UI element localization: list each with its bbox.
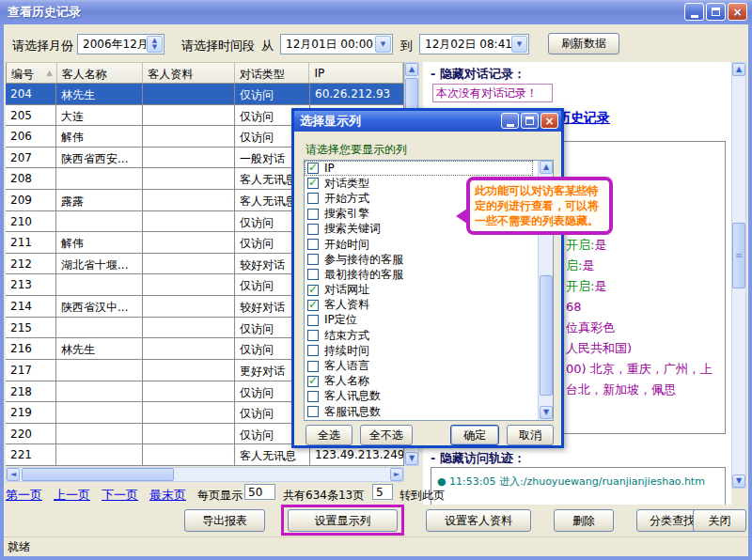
callout-text: 此功能可以对访客某些特定的列进行查看，可以将一些不需要的列表隐藏。 [475, 184, 599, 227]
column-option[interactable]: 开始时间 [305, 237, 553, 252]
per-page-input[interactable] [244, 484, 275, 500]
minimize-button[interactable] [684, 3, 704, 21]
info-line: 启:是 [566, 256, 713, 276]
month-select[interactable]: 2006年12月 ▲ ▼ [77, 34, 164, 54]
column-header-info[interactable]: 客人资料 [143, 63, 235, 83]
column-option-label: 客人讯息数 [324, 388, 381, 404]
visitor-info-lines: 开启:是 启:是 开启:是 68 位真彩色 人民共和国) 00) 北京，重庆，广… [566, 235, 713, 400]
export-report-button[interactable]: 导出报表 [184, 509, 265, 532]
cell-name: 露露 [56, 190, 143, 210]
checkbox-icon[interactable] [307, 224, 319, 235]
column-header-type[interactable]: 对话类型 [235, 63, 310, 83]
scroll-down-button[interactable]: ▼ [405, 452, 418, 465]
column-option-label: IP定位 [324, 312, 357, 328]
from-label: 从 [261, 38, 274, 54]
history-link[interactable]: 历史记录 [557, 110, 610, 127]
cell-info [143, 148, 235, 168]
column-option[interactable]: 对话网址 [305, 283, 553, 298]
column-option[interactable]: 客服讯息数 [305, 404, 553, 419]
goto-page-input[interactable] [372, 484, 393, 500]
hscroll-thumb[interactable] [22, 468, 174, 481]
checkbox-icon[interactable] [307, 376, 319, 387]
hidden-track-header: - 隐藏访问轨迹： [431, 450, 525, 467]
scroll-up-button[interactable]: ▲ [405, 63, 418, 76]
column-option[interactable]: 客人讯息数 [305, 389, 553, 404]
column-option-label: 搜索关键词 [324, 221, 381, 237]
cell-info [143, 424, 235, 444]
ok-button[interactable]: 确定 [450, 425, 499, 445]
column-option[interactable]: 客人资料 [305, 298, 553, 313]
close-window-button[interactable]: 关闭 [693, 509, 746, 532]
maximize-button[interactable] [706, 3, 726, 21]
select-all-button[interactable]: 全选 [306, 425, 352, 445]
checkbox-icon[interactable] [307, 209, 319, 220]
vscroll-thumb[interactable] [540, 275, 553, 396]
panel-vscrollbar[interactable]: ▲ ≡ ▼ [731, 62, 746, 489]
info-line: 开启:是 [566, 235, 713, 256]
table-row[interactable]: 204 林先生 仅访问 60.26.212.93 [6, 84, 404, 105]
scroll-down-button[interactable]: ▼ [732, 474, 745, 488]
cell-info [143, 402, 235, 423]
from-datetime-select[interactable]: 12月01日 00:00 ▼ [280, 34, 393, 54]
maximize-icon [712, 8, 720, 16]
delete-button[interactable]: 删除 [554, 509, 614, 532]
scroll-up-button[interactable]: ▲ [540, 161, 553, 174]
dialog-maximize-button[interactable] [521, 113, 539, 129]
checkbox-icon[interactable] [307, 269, 319, 280]
to-dropdown-button[interactable]: ▼ [511, 36, 527, 53]
dialog-close-button[interactable]: × [540, 113, 558, 129]
cancel-button[interactable]: 取消 [507, 425, 554, 445]
checkbox-icon[interactable] [307, 163, 319, 174]
close-button[interactable]: × [728, 3, 747, 21]
checkbox-icon[interactable] [307, 330, 319, 341]
checkbox-icon[interactable] [307, 285, 319, 296]
table-hscrollbar[interactable]: ◄ ► [6, 467, 404, 482]
dialog-titlebar[interactable]: 选择显示列 × [294, 111, 561, 132]
checkbox-icon[interactable] [307, 406, 319, 417]
checkbox-icon[interactable] [307, 315, 319, 326]
checkbox-icon[interactable] [307, 254, 319, 265]
checkbox-icon[interactable] [307, 300, 319, 311]
checkbox-icon[interactable] [307, 178, 319, 189]
column-option[interactable]: 结束方式 [305, 328, 553, 343]
scroll-right-button[interactable]: ► [390, 468, 403, 481]
scroll-down-button[interactable]: ▼ [540, 406, 553, 419]
first-page-link[interactable]: 第一页 [6, 487, 42, 504]
checkbox-icon[interactable] [307, 239, 319, 250]
column-header-name[interactable]: 客人名称 [57, 63, 144, 83]
column-option[interactable]: IP定位 [305, 313, 553, 328]
right-arrow-icon: ► [394, 470, 400, 478]
to-datetime-select[interactable]: 12月02日 08:41 ▼ [419, 34, 529, 54]
dialog-instruction: 请选择您要显示的列 [306, 142, 407, 158]
set-guest-info-button[interactable]: 设置客人资料 [426, 509, 531, 532]
column-option[interactable]: 客人语言 [305, 358, 553, 373]
select-none-button[interactable]: 全不选 [360, 425, 413, 445]
checkbox-icon[interactable] [307, 345, 319, 356]
column-option[interactable]: 持续时间 [305, 343, 553, 358]
month-spinner[interactable]: ▲ ▼ [147, 36, 163, 53]
checkbox-icon[interactable] [307, 193, 319, 204]
next-page-link[interactable]: 下一页 [102, 487, 138, 504]
checkbox-icon[interactable] [307, 391, 319, 402]
to-label: 到 [400, 38, 413, 54]
column-option[interactable]: 参与接待的客服 [305, 252, 553, 267]
refresh-button[interactable]: 刷新数据 [548, 33, 619, 54]
column-header-ip[interactable]: IP [309, 63, 403, 83]
cell-id: 210 [6, 211, 56, 232]
dialog-minimize-button[interactable] [501, 113, 519, 129]
vscroll-thumb[interactable]: ≡ [732, 223, 745, 288]
from-dropdown-button[interactable]: ▼ [375, 36, 391, 53]
titlebar[interactable]: 查看历史记录 × [0, 0, 752, 24]
scroll-up-button[interactable]: ▲ [732, 63, 745, 76]
set-columns-button[interactable]: 设置显示列 [288, 509, 398, 532]
checkbox-icon[interactable] [307, 361, 319, 372]
prev-page-link[interactable]: 上一页 [54, 487, 90, 504]
column-option[interactable]: 最初接待的客服 [305, 267, 553, 282]
table-header: 编号▲ 客人名称 客人资料 对话类型 IP [6, 62, 404, 84]
column-option[interactable]: 客人名称 [305, 374, 553, 389]
column-option-label: 开始方式 [324, 191, 369, 207]
last-page-link[interactable]: 最末页 [149, 487, 186, 504]
scroll-left-button[interactable]: ◄ [7, 468, 20, 481]
column-header-id[interactable]: 编号▲ [7, 63, 57, 83]
column-option[interactable]: IP [305, 161, 533, 176]
